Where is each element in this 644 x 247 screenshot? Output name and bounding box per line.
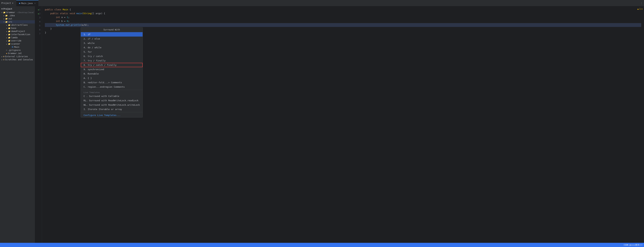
tab-label: Main.java (21, 2, 32, 4)
arrow-icon: ▶ (6, 33, 7, 35)
sidebar-item-abstractclass[interactable]: ▶ 📁 abstractClass (0, 23, 35, 26)
popup-item-for[interactable]: 5. for (81, 50, 142, 54)
item-label: interfaceAction (11, 33, 30, 36)
code-line-5: System.out.println(a/b); (45, 23, 641, 27)
item-label: src (8, 21, 12, 23)
folder-icon: 📁 (8, 27, 10, 29)
folder-icon: 📁 (8, 36, 10, 39)
popup-item-try-catch-finally[interactable]: 8. try / catch / finally (81, 63, 142, 67)
sidebar-item-override[interactable]: ▶ 📁 override (0, 39, 35, 42)
main-file-icon: ⦿ (12, 46, 14, 48)
warning-count: 1 (640, 8, 641, 10)
sidebar-item-grammar-iml[interactable]: ◈ Grammar.iml (0, 52, 35, 55)
popup-item-editor-fold[interactable]: B. <editor-fold...> Comments (81, 80, 142, 85)
item-label: Grammar.iml (8, 52, 22, 55)
editor-tabs: ● Main.java ✕ (16, 0, 640, 6)
project-text: Project (2, 2, 11, 4)
popup-item-if-else[interactable]: 2. if / else (81, 36, 142, 41)
line-num-7: ▶7 (35, 32, 42, 36)
code-line-4: int b = 0; (45, 19, 641, 23)
warning-indicator[interactable]: ▲ 1 ∧ (637, 8, 642, 10)
arrow-icon: ▶ (6, 24, 7, 26)
sidebar-item-external-libraries[interactable]: ▶ ⊞ External Libraries (0, 55, 35, 58)
item-label: scanner (11, 43, 20, 45)
sidebar-item-main[interactable]: ⦿ Main (0, 45, 35, 49)
arrow-icon: ▶ (4, 18, 4, 20)
sidebar-item-scratches[interactable]: ▶ ⊡ Scratches and Consoles (0, 58, 35, 61)
window-menu-icon[interactable]: ⋮ (640, 2, 642, 4)
status-bar: CSDN @cccc楚泽rrr (0, 243, 644, 247)
line-num-4: ▶4 (35, 20, 42, 24)
folder-icon: 📁 (8, 40, 10, 42)
item-label: Grammar (6, 11, 15, 14)
title-bar-right: ⋮ (640, 2, 642, 4)
run-icon: ▶ (36, 8, 39, 12)
editor-area: ▶1 ▶2 ▶3 ▶4 ▶5 ▶6 ▶7 (35, 6, 644, 243)
line-num-3: ▶3 (35, 16, 42, 20)
warning-triangle-icon: ▲ (637, 8, 638, 10)
sidebar-item-lamda[interactable]: ▶ 📁 lamda (0, 36, 35, 39)
sidebar-item-demoproject[interactable]: ▶ 📁 demoProject (0, 30, 35, 33)
sidebar-item-idea[interactable]: ▶ 📁 .idea (0, 14, 35, 17)
popup-divider-2 (81, 112, 142, 112)
project-dropdown-icon: ▾ (12, 2, 14, 4)
line-num-1: ▶1 (35, 8, 42, 12)
warning-up-icon: ∧ (641, 8, 642, 10)
popup-list: 1. if 2. if / else 3. while 4. do / whil… (80, 32, 143, 118)
popup-item-writelock[interactable]: WL. Surround with ReadWriteLock.writeLoc… (81, 103, 142, 107)
sidebar-item-out[interactable]: ▶ 📁 out (0, 17, 35, 20)
folder-icon: 📁 (8, 43, 10, 45)
popup-item-synchronized[interactable]: 9. synchronized (81, 67, 142, 71)
item-label: Main (14, 46, 19, 48)
popup-item-runnable[interactable]: 0. Runnable (81, 71, 142, 76)
sidebar-item-grammar[interactable]: ▼ 📁 Grammar ~/Desktop/JavaC (0, 11, 35, 14)
sidebar-arrow: ▼ (2, 8, 3, 10)
arrow-icon: ▼ (4, 21, 4, 23)
arrow-icon: ▶ (6, 27, 7, 29)
sidebar-item-interfaceaction[interactable]: ▶ 📁 interfaceAction (0, 33, 35, 36)
folder-icon: 📁 (3, 11, 6, 14)
main-java-tab[interactable]: ● Main.java ✕ (16, 0, 38, 6)
external-libraries-icon: ⊞ (3, 55, 4, 58)
popup-item-readlock[interactable]: RL. Surround with ReadWriteLock.readLock (81, 98, 142, 103)
project-label[interactable]: Project ▾ (2, 2, 14, 4)
popup-item-iterable[interactable]: I. Iterate Iterable or array (81, 107, 142, 111)
popup-item-try-finally[interactable]: 7. try / finally (81, 58, 142, 63)
popup-item-do-while[interactable]: 4. do / while (81, 45, 142, 50)
iml-icon: ◈ (6, 52, 7, 55)
code-line-3: int a = 1; (45, 15, 641, 19)
popup-item-callable[interactable]: C . Surround with Callable (81, 94, 142, 98)
item-label: out (8, 17, 12, 20)
line-num-2: ▶2 (35, 12, 42, 16)
arrow-icon: ▼ (2, 11, 2, 13)
scratches-icon: ⊡ (3, 58, 4, 61)
line-num-6: ▶6 (35, 28, 42, 32)
folder-icon: 📁 (8, 33, 10, 36)
java-file-icon: ● (19, 2, 20, 4)
status-right: CSDN @cccc楚泽rrr (624, 244, 642, 246)
folder-icon: 📁 (8, 24, 10, 26)
popup-item-braces[interactable]: A. { } (81, 76, 142, 80)
item-label: .gitignore (8, 49, 20, 51)
sidebar-item-base[interactable]: ▶ 📁 base (0, 26, 35, 30)
arrow-icon: ▶ (6, 40, 7, 42)
sidebar-project-header[interactable]: ▼ Project (0, 7, 35, 11)
sidebar-item-src[interactable]: ▼ 📁 src (0, 20, 35, 23)
popup-item-try-catch[interactable]: 6. try / catch (81, 54, 142, 58)
sidebar-item-scanner[interactable]: ▶ 📁 scanner (0, 42, 35, 45)
popup-title: Surround With (80, 27, 143, 32)
popup-divider (81, 90, 142, 90)
title-bar: Project ▾ ● Main.java ✕ ⋮ (0, 0, 644, 6)
folder-icon: 📁 (5, 18, 8, 20)
folder-icon: 📁 (5, 14, 8, 17)
arrow-icon: ▶ (6, 37, 7, 39)
popup-item-while[interactable]: 3. while (81, 41, 142, 45)
popup-item-region[interactable]: C. region...endregion Comments (81, 85, 142, 89)
popup-item-configure[interactable]: Configure Live Templates... (81, 113, 142, 117)
sidebar-item-gitignore[interactable]: ⊘ .gitignore (0, 49, 35, 52)
sidebar: ▼ Project ▼ 📁 Grammar ~/Desktop/JavaC ▶ … (0, 6, 35, 243)
popup-item-if[interactable]: 1. if (81, 32, 142, 36)
tab-close-icon[interactable]: ✕ (34, 2, 36, 4)
sidebar-title: Project (3, 8, 12, 10)
item-label: abstractClass (11, 24, 28, 26)
